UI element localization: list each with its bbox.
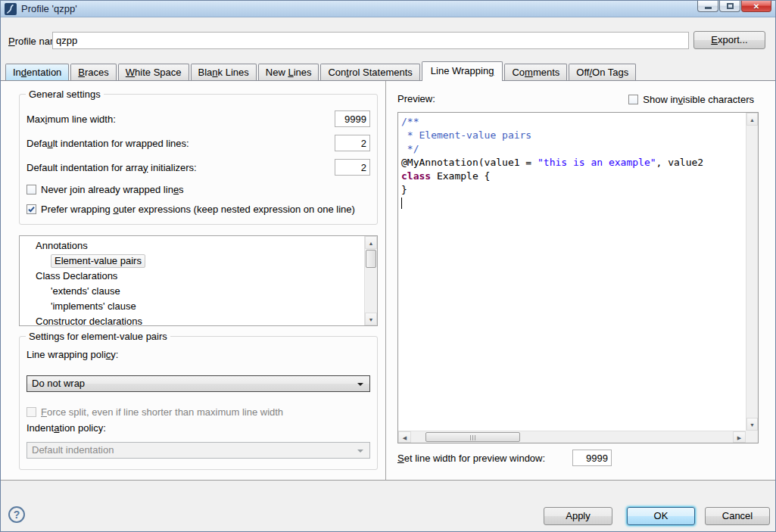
indentation-policy-value: Default indentation [32, 444, 114, 456]
tab-indentation[interactable]: Indentation [5, 64, 69, 80]
profile-dialog: Profile 'qzpp' ✕ Profile name: Export...… [0, 0, 776, 532]
code-token-plain: Example { [431, 170, 490, 182]
general-settings-group: General settings Maximum line width:Defa… [19, 94, 378, 225]
field-label: Default indentation for array initialize… [26, 162, 335, 173]
general-checks: Never join already wrapped linesPrefer w… [26, 180, 370, 219]
line-wrapping-policy-select[interactable]: Do not wrap [26, 375, 370, 392]
tree-item-element-value-pairs[interactable]: Element-value pairs [20, 254, 364, 269]
code-token-plain: , value2 [656, 157, 704, 168]
scroll-down-icon[interactable]: ▼ [746, 418, 758, 431]
checkbox-icon [26, 185, 36, 194]
tab-bar: IndentationBracesWhite SpaceBlank LinesN… [1, 62, 775, 81]
ok-button[interactable]: OK [627, 507, 695, 525]
app-icon [5, 3, 17, 15]
code-line: } [401, 183, 746, 197]
chevron-down-icon [357, 383, 363, 386]
maximize-button[interactable] [719, 1, 740, 12]
code-line: class Example { [401, 170, 746, 183]
tree-item-constructor-declarations[interactable]: Constructor declarations [20, 314, 364, 326]
code-line: /** [401, 115, 746, 129]
maximize-icon [727, 3, 734, 9]
input-maximum-line-width[interactable] [335, 110, 370, 127]
scroll-down-icon[interactable]: ▼ [365, 313, 377, 325]
line-wrapping-policy-value: Do not wrap [32, 378, 85, 389]
text-cursor [401, 198, 402, 209]
tab-off-on-tags[interactable]: Off/On Tags [569, 64, 636, 80]
input-default-indentation-for-wrapped-lines[interactable] [335, 135, 370, 151]
preview-editor[interactable]: /** * Element-value pairs */@MyAnnotatio… [397, 112, 759, 443]
preview-pane: Preview: Show invisible characters /** *… [385, 81, 776, 480]
scrollbar-thumb[interactable] [425, 432, 520, 442]
minimize-icon [705, 7, 712, 9]
field-label: Default indentation for wrapped lines: [26, 138, 335, 149]
general-fields: Maximum line width:Default indentation f… [26, 107, 370, 179]
scroll-left-icon[interactable]: ◀ [398, 431, 411, 443]
tab-control-statements[interactable]: Control Statements [320, 64, 419, 80]
tab-braces[interactable]: Braces [70, 64, 116, 80]
checkbox-icon [26, 407, 36, 417]
tree-item-extends-clause[interactable]: 'extends' clause [20, 284, 364, 299]
tab-comments[interactable]: Comments [504, 64, 567, 80]
element-value-pairs-settings-group: Settings for element-value pairs Line wr… [19, 336, 378, 470]
titlebar[interactable]: Profile 'qzpp' ✕ [1, 1, 775, 17]
settings-row: Default indentation for array initialize… [26, 155, 370, 179]
profile-name-input[interactable] [52, 32, 689, 49]
code-token-comment: * Element-value pairs [401, 129, 531, 141]
code-token-plain: @MyAnnotation(value1 = [401, 157, 538, 168]
indentation-policy-label: Indentation policy: [26, 422, 106, 434]
code-token-plain: } [401, 184, 407, 195]
checkbox-never-join-already-wrapped-lines[interactable]: Never join already wrapped lines [26, 180, 370, 199]
minimize-button[interactable] [697, 1, 718, 12]
wrapping-elements-tree[interactable]: AnnotationsElement-value pairsClass Decl… [19, 235, 378, 326]
set-line-width-input[interactable] [572, 450, 612, 466]
close-icon: ✕ [753, 2, 759, 11]
preview-label: Preview: [397, 93, 435, 104]
code-line: */ [401, 142, 746, 156]
preview-vertical-scrollbar[interactable]: ▲ ▼ [746, 113, 758, 431]
tree-item-implements-clause[interactable]: 'implements' clause [20, 299, 364, 314]
checkbox-prefer-wrapping-outer-expressions-keep-nested-expression-on-one-line[interactable]: Prefer wrapping outer expressions (keep … [26, 200, 370, 219]
checkbox-icon [26, 204, 36, 214]
input-default-indentation-for-array-initializers[interactable] [335, 159, 370, 176]
line-wrapping-tab-content: General settings Maximum line width:Defa… [1, 81, 776, 480]
tab-new-lines[interactable]: New Lines [258, 64, 319, 80]
preview-horizontal-scrollbar[interactable]: ◀ ▶ [398, 431, 746, 443]
tab-blank-lines[interactable]: Blank Lines [191, 64, 257, 80]
indentation-policy-select: Default indentation [26, 442, 370, 459]
tab-line-wrapping[interactable]: Line Wrapping [422, 61, 503, 81]
settings-row: Maximum line width: [26, 107, 370, 131]
export-button[interactable]: Export... [693, 31, 765, 49]
tree-item-class-declarations[interactable]: Class Declarations [20, 269, 364, 284]
code-line: * Element-value pairs [401, 129, 746, 142]
tree-scrollbar[interactable]: ▲ ▼ [364, 236, 377, 325]
checkbox-icon [628, 95, 638, 104]
code-token-comment: /** [401, 116, 419, 127]
scroll-up-icon[interactable]: ▲ [365, 236, 377, 249]
scrollbar-thumb[interactable] [366, 250, 376, 268]
tab-white-space[interactable]: White Space [118, 64, 189, 80]
window-title: Profile 'qzpp' [21, 3, 77, 14]
cancel-button[interactable]: Cancel [705, 507, 770, 525]
force-split-checkbox: Force split, even if line shorter than m… [26, 403, 283, 422]
settings-row: Default indentation for wrapped lines: [26, 131, 370, 155]
tree-items: AnnotationsElement-value pairsClass Decl… [20, 238, 364, 326]
apply-button[interactable]: Apply [544, 507, 612, 525]
show-invisible-characters-checkbox[interactable]: Show invisible characters [628, 93, 754, 105]
button-bar: ? Apply OK Cancel [1, 480, 775, 532]
scroll-up-icon[interactable]: ▲ [746, 113, 758, 126]
set-line-width-label: Set line width for preview window: [397, 453, 545, 464]
line-wrapping-policy-label: Line wrapping policy: [26, 349, 118, 360]
pair-settings-legend: Settings for element-value pairs [26, 331, 170, 342]
tree-item-annotations[interactable]: Annotations [20, 238, 364, 254]
help-button[interactable]: ? [8, 506, 25, 523]
settings-pane: General settings Maximum line width:Defa… [1, 81, 385, 480]
show-invisible-characters-label: Show invisible characters [643, 94, 754, 105]
code-token-string: "this is an example" [538, 157, 656, 168]
field-label: Maximum line width: [26, 114, 335, 125]
close-button[interactable]: ✕ [741, 1, 771, 12]
force-split-label: Force split, even if line shorter than m… [41, 406, 283, 418]
preview-code: /** * Element-value pairs */@MyAnnotatio… [398, 113, 746, 431]
scroll-right-icon[interactable]: ▶ [733, 431, 746, 443]
scrollbar-corner [746, 431, 758, 443]
window-controls: ✕ [697, 1, 771, 12]
